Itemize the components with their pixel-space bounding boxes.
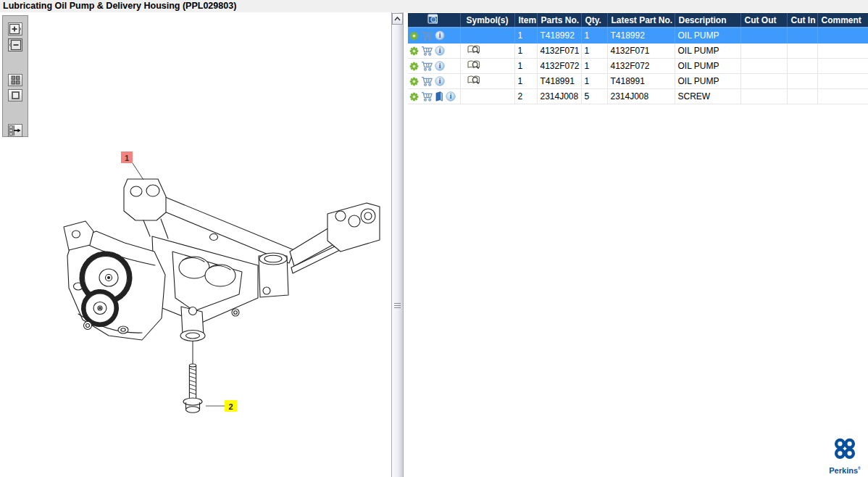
column-header-symbols[interactable]: Symbol(s) (460, 13, 514, 28)
qty-cell: 1 (581, 74, 607, 89)
tile-view-button[interactable] (8, 74, 22, 86)
parts-no-cell: 2314J008 (537, 89, 581, 104)
item-cell: 2 (514, 89, 537, 104)
table-search-icon (427, 14, 440, 25)
cart-icon[interactable] (421, 46, 433, 56)
symbol-cell (460, 28, 514, 43)
gear-icon[interactable] (409, 62, 419, 71)
splitter[interactable] (391, 12, 404, 477)
parts-diagram: 1 2 (0, 12, 390, 477)
column-header-parts-no[interactable]: Parts No. (537, 13, 581, 28)
cut-out-cell (740, 74, 787, 89)
table-row[interactable]: 1 T418991 1 T418991 OIL PUMP (408, 74, 868, 89)
gear-icon[interactable] (409, 92, 419, 101)
info-icon[interactable] (435, 76, 445, 86)
column-header-qty[interactable]: Qty. (581, 13, 607, 28)
fit-view-button[interactable] (8, 89, 22, 101)
item-cell: 1 (514, 43, 537, 59)
callout-1[interactable]: 1 (121, 152, 143, 180)
callout-2[interactable]: 2 (206, 400, 237, 412)
latest-part-no-cell: 2314J008 (607, 89, 675, 104)
diagram-pane: 1 2 (0, 12, 390, 477)
zoom-in-button[interactable] (8, 22, 22, 36)
parts-table: Symbol(s) Item Parts No. Qty. Latest Par… (408, 13, 868, 104)
splitter-collapse-button[interactable] (392, 13, 403, 25)
comment-cell (817, 59, 868, 74)
latest-part-no-cell: T418992 (607, 28, 675, 43)
zoom-out-button[interactable] (8, 38, 22, 51)
cut-in-cell (787, 28, 817, 43)
cart-icon[interactable] (421, 91, 433, 101)
symbol-cell (460, 89, 514, 104)
cart-icon[interactable] (421, 61, 433, 71)
description-cell: SCREW (675, 89, 740, 104)
cut-out-cell (740, 89, 787, 104)
qty-cell: 1 (581, 28, 607, 43)
description-cell: OIL PUMP (675, 59, 740, 74)
latest-part-no-cell: T418991 (607, 74, 675, 89)
description-cell: OIL PUMP (675, 43, 740, 59)
page-title: Lubricating Oil Pump & Delivery Housing … (0, 0, 868, 12)
parts-no-cell: T418991 (537, 74, 581, 89)
svg-text:1: 1 (125, 154, 129, 162)
info-icon[interactable] (435, 46, 445, 56)
gear-icon[interactable] (409, 31, 419, 41)
qty-cell: 1 (581, 43, 607, 59)
app-window: Lubricating Oil Pump & Delivery Housing … (0, 0, 868, 477)
open-book-magnifier-icon[interactable] (467, 44, 480, 55)
info-icon[interactable] (435, 30, 445, 41)
toggle-panel-button[interactable] (8, 124, 22, 137)
svg-text:2: 2 (228, 402, 233, 411)
column-header-description[interactable]: Description (675, 13, 740, 28)
item-cell: 1 (514, 74, 537, 89)
table-row[interactable]: 2 2314J008 5 2314J008 SCREW (408, 89, 868, 104)
cut-in-cell (787, 89, 817, 104)
gear-icon[interactable] (409, 77, 419, 86)
splitter-grip-icon (394, 303, 401, 310)
perkins-logo-text: Perkins® (825, 464, 865, 475)
item-cell: 1 (514, 28, 537, 43)
cut-out-cell (740, 43, 787, 59)
latest-part-no-cell: 4132F072 (607, 59, 675, 74)
cut-in-cell (787, 74, 817, 89)
parts-no-cell: 4132F071 (537, 43, 581, 59)
chevron-up-icon (394, 17, 401, 21)
cart-icon[interactable] (421, 30, 433, 41)
column-header-item[interactable]: Item (514, 13, 537, 28)
tile-view-icon (10, 75, 21, 86)
cut-in-cell (787, 59, 817, 74)
column-header-cut-in[interactable]: Cut In (787, 13, 817, 28)
column-header-cut-out[interactable]: Cut Out (740, 13, 787, 28)
parts-no-cell: T418992 (537, 28, 581, 43)
zoom-in-icon (9, 23, 22, 35)
comment-cell (817, 89, 868, 104)
table-row[interactable]: 1 4132F071 1 4132F071 OIL PUMP (408, 43, 868, 59)
pump-assembly-drawing (64, 179, 380, 412)
column-header-latest-part-no[interactable]: Latest Part No. (607, 13, 675, 28)
cut-out-cell (740, 28, 787, 43)
column-header-comment[interactable]: Comment (817, 13, 868, 28)
info-icon[interactable] (435, 61, 445, 71)
column-header-actions[interactable] (408, 13, 460, 28)
comment-cell (817, 28, 868, 43)
qty-cell: 1 (581, 59, 607, 74)
zoom-out-icon (9, 39, 22, 51)
diagram-toolbar (2, 15, 28, 137)
table-row[interactable]: 1 T418992 1 T418992 OIL PUMP (408, 28, 868, 43)
toggle-panel-icon (9, 125, 22, 136)
cart-icon[interactable] (421, 76, 433, 86)
open-book-magnifier-icon[interactable] (467, 59, 480, 70)
cut-in-cell (787, 43, 817, 59)
book-icon[interactable] (435, 91, 443, 101)
info-icon[interactable] (446, 91, 456, 101)
comment-cell (817, 43, 868, 59)
comment-cell (817, 74, 868, 89)
open-book-magnifier-icon[interactable] (467, 75, 480, 86)
parts-no-cell: 4132F072 (537, 59, 581, 74)
fit-view-icon (10, 90, 21, 101)
perkins-logo-icon (830, 437, 859, 461)
description-cell: OIL PUMP (675, 28, 740, 43)
qty-cell: 5 (581, 89, 607, 104)
gear-icon[interactable] (409, 46, 419, 56)
table-row[interactable]: 1 4132F072 1 4132F072 OIL PUMP (408, 59, 868, 74)
